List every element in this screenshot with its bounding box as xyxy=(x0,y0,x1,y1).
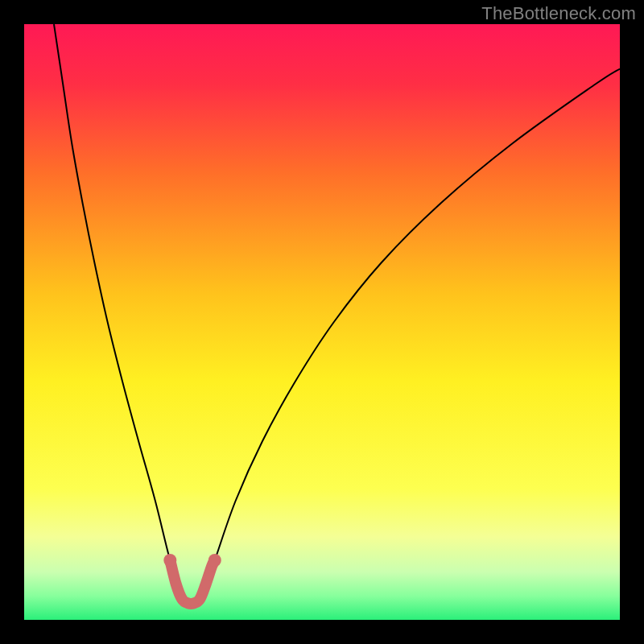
plot-area xyxy=(24,24,620,620)
chart-frame: TheBottleneck.com xyxy=(0,0,644,644)
optimal-dot xyxy=(171,580,181,589)
optimal-dot xyxy=(208,554,221,567)
watermark-text: TheBottleneck.com xyxy=(481,3,636,24)
gradient-background xyxy=(24,24,620,620)
optimal-dot xyxy=(195,594,204,604)
optimal-dot xyxy=(163,554,176,567)
optimal-dot xyxy=(201,580,211,589)
plot-svg xyxy=(24,24,620,620)
